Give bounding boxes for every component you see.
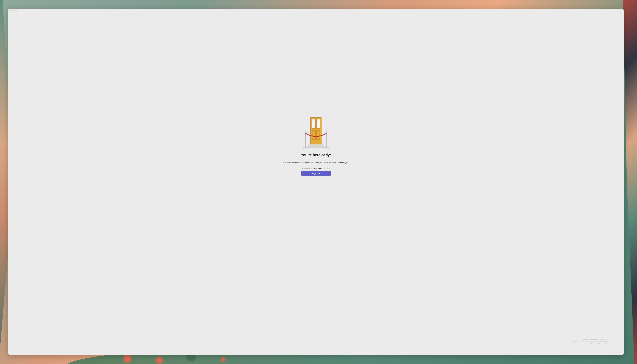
window-titlebar xyxy=(8,9,624,12)
svg-point-18 xyxy=(304,131,306,133)
svg-point-19 xyxy=(305,132,305,132)
zoom-window-button[interactable] xyxy=(15,10,17,12)
diagnostics-block: [CoreError::EXPERIENCE_DISABLED] Session… xyxy=(573,338,608,345)
svg-rect-13 xyxy=(310,144,322,144)
early-access-message: You're here early! We can't wait to show… xyxy=(283,117,349,176)
diagnostics-timestamp: 2023-09-05T06:32:17.655Z xyxy=(573,342,608,345)
sign-out-button[interactable]: Sign out xyxy=(301,171,331,176)
svg-rect-23 xyxy=(326,132,327,147)
svg-rect-17 xyxy=(305,132,305,147)
svg-rect-12 xyxy=(311,140,321,144)
svg-point-24 xyxy=(326,131,327,133)
diagnostics-session-id: Session ID:81037ec8-a89f-4bae-8684-018ac… xyxy=(573,340,608,343)
content-area: You're here early! We can't wait to show… xyxy=(8,12,624,355)
app-window: You're here early! We can't wait to show… xyxy=(8,9,624,355)
message-line-2: We'll let you know when it's time. xyxy=(302,167,330,170)
door-velvet-rope-icon xyxy=(301,117,331,148)
page-title: You're here early! xyxy=(301,153,331,157)
minimize-window-button[interactable] xyxy=(13,10,14,12)
close-window-button[interactable] xyxy=(10,10,12,12)
svg-rect-11 xyxy=(311,128,312,130)
message-line-1: We can't wait to show you the new Teams,… xyxy=(283,162,349,164)
svg-point-25 xyxy=(326,132,327,132)
diagnostics-error-code: [CoreError::EXPERIENCE_DISABLED] xyxy=(573,338,608,340)
